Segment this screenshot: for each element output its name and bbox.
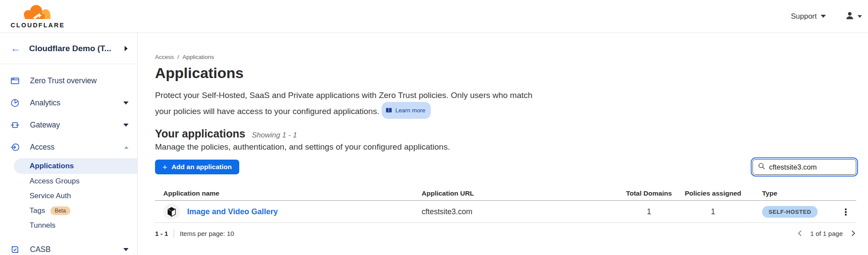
support-caret-icon: [821, 15, 826, 18]
user-caret-icon: [858, 15, 862, 18]
application-url: cftestsite3.com: [422, 207, 622, 216]
search-box: [752, 159, 856, 175]
access-icon: [10, 143, 20, 152]
col-application-name[interactable]: Application name: [155, 190, 422, 197]
cloudflare-cloud-icon: [22, 4, 53, 21]
account-expand-icon[interactable]: [125, 46, 128, 51]
application-link[interactable]: Image and Video Gallery: [187, 207, 278, 216]
breadcrumb: Access / Applications: [155, 54, 856, 60]
pagination: 1 - 1 Items per page: 10 1 of 1 page: [155, 229, 856, 238]
cube-icon: [167, 206, 176, 217]
page-description: Protect your Self-Hosted, SaaS and Priva…: [155, 88, 546, 119]
gateway-icon: [10, 121, 20, 130]
section-subtitle: Manage the policies, authentication, and…: [155, 142, 856, 152]
page-title: Applications: [155, 65, 856, 82]
prev-page-button[interactable]: [797, 230, 803, 237]
page-info: 1 of 1 page: [810, 230, 843, 237]
overview-icon: [10, 76, 20, 85]
sidebar-item-tags[interactable]: Tags Beta: [0, 203, 137, 218]
analytics-icon: [10, 98, 20, 108]
sidebar-item-access-groups[interactable]: Access Groups: [0, 174, 137, 189]
search-input[interactable]: [769, 163, 851, 171]
row-actions-kebab[interactable]: ⋮: [841, 207, 856, 216]
sidebar-item-service-auth[interactable]: Service Auth: [0, 189, 137, 203]
col-total-domains[interactable]: Total Domains: [622, 190, 676, 197]
type-badge: SELF-HOSTED: [762, 206, 818, 218]
items-per-page[interactable]: Items per page: 10: [180, 230, 234, 237]
pager-divider: [174, 229, 174, 238]
casb-caret-icon: [123, 248, 129, 251]
add-application-button[interactable]: + Add an application: [155, 160, 239, 174]
plus-icon: +: [162, 163, 167, 171]
breadcrumb-access[interactable]: Access: [155, 54, 174, 60]
book-icon: [386, 108, 392, 113]
sidebar: ← Cloudflare Demo (T... Zero Trust overv…: [0, 33, 138, 255]
analytics-caret-icon: [123, 101, 129, 105]
access-sub-list: Applications Access Groups Service Auth …: [0, 158, 137, 233]
col-type[interactable]: Type: [750, 190, 839, 197]
sidebar-item-analytics[interactable]: Analytics: [0, 92, 137, 114]
breadcrumb-applications[interactable]: Applications: [182, 54, 214, 60]
user-icon: [845, 11, 855, 22]
breadcrumb-separator: /: [178, 54, 179, 60]
item-range: 1 - 1: [155, 230, 168, 237]
search-icon: [758, 163, 765, 171]
account-switcher: ← Cloudflare Demo (T...: [0, 33, 137, 64]
account-name[interactable]: Cloudflare Demo (T...: [29, 44, 116, 53]
access-collapse-icon: [124, 146, 129, 149]
sidebar-item-casb[interactable]: CASB: [0, 239, 137, 255]
next-page-button[interactable]: [850, 230, 856, 237]
app-avatar: [163, 203, 180, 220]
casb-icon: [10, 245, 20, 254]
sidebar-nav: Zero Trust overview Analytics Gateway: [0, 64, 137, 255]
showing-count: Showing 1 - 1: [252, 131, 297, 140]
table-header: Application name Application URL Total D…: [155, 186, 856, 201]
support-menu[interactable]: Support: [791, 12, 826, 21]
sidebar-item-access[interactable]: Access: [0, 136, 137, 158]
learn-more-button[interactable]: Learn more: [382, 102, 431, 119]
section-title: Your applications: [155, 128, 245, 140]
main-content: Access / Applications Applications Prote…: [138, 33, 868, 255]
toolbar: + Add an application: [155, 159, 856, 175]
sidebar-item-zero-trust-overview[interactable]: Zero Trust overview: [0, 70, 137, 92]
back-arrow-icon[interactable]: ←: [10, 43, 20, 53]
gateway-caret-icon: [123, 124, 129, 127]
sidebar-item-gateway[interactable]: Gateway: [0, 114, 137, 136]
total-domains-value: 1: [622, 207, 676, 216]
top-header: CLOUDFLARE Support: [0, 0, 868, 33]
beta-badge: Beta: [50, 206, 70, 215]
sidebar-item-tunnels[interactable]: Tunnels: [0, 218, 137, 233]
sidebar-item-applications[interactable]: Applications: [14, 158, 137, 174]
col-policies-assigned[interactable]: Policies assigned: [676, 190, 750, 197]
cloudflare-logo[interactable]: CLOUDFLARE: [8, 4, 68, 29]
table-row: Image and Video Gallery cftestsite3.com …: [155, 201, 856, 223]
col-application-url[interactable]: Application URL: [422, 190, 622, 197]
policies-assigned-value: 1: [676, 207, 750, 216]
cloudflare-wordmark: CLOUDFLARE: [11, 22, 65, 29]
user-menu[interactable]: [845, 11, 862, 22]
